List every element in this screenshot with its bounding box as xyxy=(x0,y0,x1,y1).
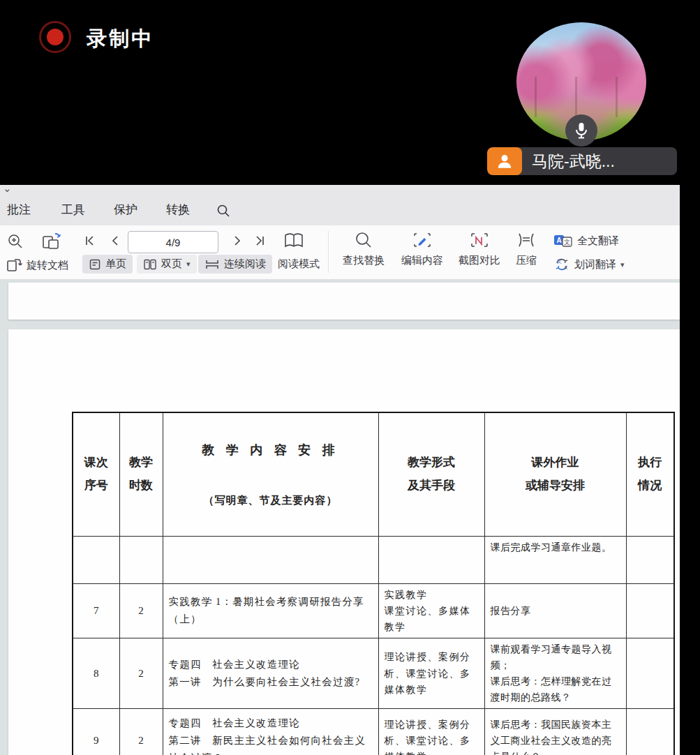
cell-hours: 2 xyxy=(119,583,163,638)
header-homework: 课外作业 或辅导安排 xyxy=(484,412,626,536)
current-page: 课次 序号 教学 时数 教 学 内 容 安 排 （写明章、节及主要内容） 教学形… xyxy=(8,329,680,755)
header-hours: 教学 时数 xyxy=(119,412,163,536)
cell-status xyxy=(626,536,674,583)
cell-content: 专题四 社会主义改造理论 第一讲 为什么要向社会主义社会过渡? xyxy=(163,638,378,708)
chevron-down-icon: ▾ xyxy=(186,260,191,269)
svg-text:A: A xyxy=(564,265,567,270)
recording-dot xyxy=(47,29,64,45)
screenshot-compare-label: 截图对比 xyxy=(459,254,500,267)
cell-content: 实践教学 1：暑期社会考察调研报告分享（上） xyxy=(163,583,378,638)
teaching-schedule-table: 课次 序号 教学 时数 教 学 内 容 安 排 （写明章、节及主要内容） 教学形… xyxy=(72,412,675,755)
find-replace-label: 查找替换 xyxy=(343,254,385,267)
toolbar: 4/9 xyxy=(0,225,680,280)
header-format: 教学形式 及其手段 xyxy=(378,412,484,536)
document-area[interactable]: 课次 序号 教学 时数 教 学 内 容 安 排 （写明章、节及主要内容） 教学形… xyxy=(0,279,680,755)
cell-homework: 课后思考：我国民族资本主义工商业社会主义改造的亮点是什么？ xyxy=(484,709,626,755)
menu-tab-tools[interactable]: 工具 xyxy=(61,202,85,218)
collapse-toolbar-icon[interactable]: ⌄ xyxy=(3,182,12,195)
svg-text:文: 文 xyxy=(557,258,562,264)
edit-content-button[interactable]: 编辑内容 xyxy=(393,231,452,267)
table-row: 课后完成学习通章作业题。 xyxy=(73,536,674,583)
organize-pages-icon[interactable] xyxy=(40,231,63,252)
menu-bar: ⌄ 批注 工具 保护 转换 xyxy=(0,185,680,226)
full-translation-label: 全文翻译 xyxy=(577,234,619,248)
recording-label: 录制中 xyxy=(87,25,154,53)
pdf-viewer-window: ⌄ 批注 工具 保护 转换 xyxy=(0,185,680,755)
last-page-icon[interactable] xyxy=(253,234,266,247)
cell-lesson-no xyxy=(73,536,119,583)
header-content-sub: （写明章、节及主要内容） xyxy=(165,491,377,511)
menu-tab-convert[interactable]: 转换 xyxy=(166,202,190,218)
toolbar-divider xyxy=(328,231,329,273)
cell-homework: 课前观看学习通专题导入视频； 课后思考：怎样理解党在过渡时期的总路线？ xyxy=(484,638,626,708)
cell-content: 专题四 社会主义改造理论 第二讲 新民主主义社会如何向社会主义社会过渡？ xyxy=(163,709,378,755)
single-page-label: 单页 xyxy=(105,257,126,271)
compress-label: 压缩 xyxy=(516,254,537,267)
read-mode-label: 阅读模式 xyxy=(278,257,320,271)
screenshot-compare-button[interactable]: 截图对比 xyxy=(450,231,509,267)
zoom-icon[interactable] xyxy=(7,233,24,250)
table-row: 8 2 专题四 社会主义改造理论 第一讲 为什么要向社会主义社会过渡? 理论讲授… xyxy=(73,638,674,708)
cell-format: 理论讲授、案例分析、课堂讨论、多媒体教学 xyxy=(378,638,484,708)
participant-name-tag: 马院-武晓... xyxy=(487,147,677,175)
previous-page-bottom xyxy=(8,283,680,320)
table-row: 7 2 实践教学 1：暑期社会考察调研报告分享（上） 实践教学 课堂讨论、多媒体… xyxy=(73,583,674,638)
cell-format xyxy=(378,536,484,583)
menu-tab-annotate[interactable]: 批注 xyxy=(7,202,31,218)
header-content: 教 学 内 容 安 排 （写明章、节及主要内容） xyxy=(163,412,378,536)
table-row: 9 2 专题四 社会主义改造理论 第二讲 新民主主义社会如何向社会主义社会过渡？… xyxy=(73,709,674,755)
compress-button[interactable]: 压缩 xyxy=(507,231,546,267)
double-page-label: 双页 xyxy=(161,257,182,271)
cell-format: 理论讲授、案例分析、课堂讨论、多媒体教学 xyxy=(378,709,484,755)
word-translation-label: 划词翻译 xyxy=(574,258,616,271)
cell-format: 实践教学 课堂讨论、多媒体教学 xyxy=(378,583,484,638)
svg-text:A: A xyxy=(556,237,561,244)
continuous-read-button[interactable]: 连续阅读 xyxy=(198,255,272,274)
person-icon xyxy=(487,147,522,175)
header-status: 执行 情况 xyxy=(626,412,674,536)
cell-lesson-no: 8 xyxy=(73,638,119,708)
header-lesson-no: 课次 序号 xyxy=(73,412,119,536)
continuous-read-label: 连续阅读 xyxy=(224,257,266,271)
microphone-icon[interactable] xyxy=(565,114,597,147)
find-replace-button[interactable]: 查找替换 xyxy=(335,231,392,267)
recording-indicator-icon xyxy=(39,21,71,53)
cell-status xyxy=(626,638,674,708)
first-page-icon[interactable] xyxy=(84,234,96,247)
cell-homework: 报告分享 xyxy=(484,583,626,638)
full-translation-button[interactable]: A 文 全文翻译 xyxy=(553,234,619,248)
cell-hours xyxy=(119,536,163,583)
search-icon[interactable] xyxy=(216,204,230,218)
cell-lesson-no: 9 xyxy=(73,709,119,755)
read-mode-button[interactable]: 阅读模式 xyxy=(278,257,320,271)
table-header-row: 课次 序号 教学 时数 教 学 内 容 安 排 （写明章、节及主要内容） 教学形… xyxy=(73,412,674,536)
single-page-button[interactable]: 单页 xyxy=(82,255,133,274)
page-indicator-input[interactable]: 4/9 xyxy=(128,231,218,253)
word-translation-button[interactable]: 文 A 划词翻译 ▾ xyxy=(553,257,625,271)
rotate-document-label: 旋转文档 xyxy=(27,259,68,272)
cell-hours: 2 xyxy=(119,709,163,755)
cell-lesson-no: 7 xyxy=(73,583,119,638)
prev-page-icon[interactable] xyxy=(109,234,121,247)
menu-tab-protect[interactable]: 保护 xyxy=(114,202,137,218)
cell-status xyxy=(626,583,674,638)
cell-content xyxy=(163,536,378,583)
double-page-button[interactable]: 双页 ▾ xyxy=(137,255,197,274)
cell-homework: 课后完成学习通章作业题。 xyxy=(484,536,626,583)
cell-hours: 2 xyxy=(119,638,163,708)
book-icon xyxy=(283,232,304,250)
chevron-down-icon: ▾ xyxy=(620,260,625,269)
screen: 录制中 马院-武晓... ⌄ 批注 工具 保护 转换 xyxy=(0,0,700,755)
participant-name: 马院-武晓... xyxy=(532,151,615,172)
next-page-icon[interactable] xyxy=(231,234,244,247)
header-content-title: 教 学 内 容 安 排 xyxy=(165,438,377,462)
edit-content-label: 编辑内容 xyxy=(401,254,443,267)
rotate-document-button[interactable]: 旋转文档 xyxy=(6,257,68,274)
svg-text:文: 文 xyxy=(564,239,570,246)
cell-status xyxy=(626,709,674,755)
